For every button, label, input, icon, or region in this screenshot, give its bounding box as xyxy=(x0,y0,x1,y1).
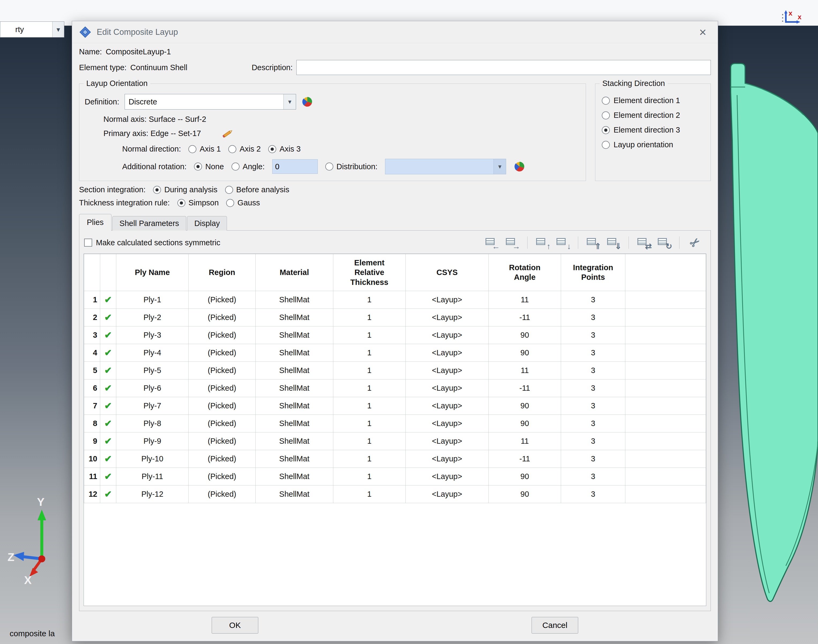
row-number-cell[interactable]: 2 xyxy=(84,308,100,326)
material-cell[interactable]: ShellMat xyxy=(255,344,333,362)
row-check-cell[interactable]: ✔ xyxy=(100,344,116,362)
integration-points-cell[interactable]: 3 xyxy=(561,362,625,379)
csys-cell[interactable]: <Layup> xyxy=(406,485,489,503)
ply-row[interactable]: 7✔Ply-7(Picked)ShellMat1<Layup>903 xyxy=(84,397,706,414)
ply-name-cell[interactable]: Ply-1 xyxy=(116,291,189,308)
integration-points-cell[interactable]: 3 xyxy=(561,485,625,503)
rotation-angle-cell[interactable]: -11 xyxy=(489,379,561,397)
ply-row[interactable]: 12✔Ply-12(Picked)ShellMat1<Layup>903 xyxy=(84,485,706,503)
row-number-cell[interactable]: 7 xyxy=(84,397,100,414)
integration-points-cell[interactable]: 3 xyxy=(561,344,625,362)
move-ply-up-icon[interactable]: ⇑ xyxy=(586,236,601,249)
ply-row[interactable]: 2✔Ply-2(Picked)ShellMat1<Layup>-113 xyxy=(84,308,706,326)
row-check-cell[interactable]: ✔ xyxy=(100,468,116,485)
row-number-cell[interactable]: 6 xyxy=(84,379,100,397)
cancel-button[interactable]: Cancel xyxy=(532,617,578,633)
thickness-cell[interactable]: 1 xyxy=(333,450,406,468)
row-number-cell[interactable]: 11 xyxy=(84,468,100,485)
thickness-cell[interactable]: 1 xyxy=(333,485,406,503)
row-check-cell[interactable]: ✔ xyxy=(100,362,116,379)
region-cell[interactable]: (Picked) xyxy=(189,344,255,362)
region-cell[interactable]: (Picked) xyxy=(189,450,255,468)
normal-direction-axis3-radio[interactable]: Axis 3 xyxy=(268,145,301,153)
integration-points-cell[interactable]: 3 xyxy=(561,379,625,397)
integration-points-cell[interactable]: 3 xyxy=(561,468,625,485)
ply-name-cell[interactable]: Ply-12 xyxy=(116,485,189,503)
csys-cell[interactable]: <Layup> xyxy=(406,468,489,485)
ply-row[interactable]: 8✔Ply-8(Picked)ShellMat1<Layup>903 xyxy=(84,414,706,432)
row-number-cell[interactable]: 1 xyxy=(84,291,100,308)
ply-name-cell[interactable]: Ply-9 xyxy=(116,432,189,450)
csys-cell[interactable]: <Layup> xyxy=(406,344,489,362)
ply-row[interactable]: 1✔Ply-1(Picked)ShellMat1<Layup>113 xyxy=(84,291,706,308)
thickness-rule-gauss-radio[interactable]: Gauss xyxy=(226,198,260,207)
row-check-cell[interactable]: ✔ xyxy=(100,379,116,397)
tab-shell-parameters[interactable]: Shell Parameters xyxy=(112,216,186,230)
ply-row[interactable]: 4✔Ply-4(Picked)ShellMat1<Layup>903 xyxy=(84,344,706,362)
csys-cell[interactable]: <Layup> xyxy=(406,308,489,326)
ply-row[interactable]: 11✔Ply-11(Picked)ShellMat1<Layup>903 xyxy=(84,468,706,485)
rotation-distribution-radio[interactable]: Distribution: xyxy=(325,162,378,171)
ply-name-cell[interactable]: Ply-2 xyxy=(116,308,189,326)
ply-row[interactable]: 3✔Ply-3(Picked)ShellMat1<Layup>903 xyxy=(84,326,706,344)
row-check-cell[interactable]: ✔ xyxy=(100,432,116,450)
material-cell[interactable]: ShellMat xyxy=(255,414,333,432)
reverse-plies-icon[interactable]: ⇄ xyxy=(637,236,651,249)
thickness-cell[interactable]: 1 xyxy=(333,379,406,397)
region-cell[interactable]: (Picked) xyxy=(189,326,255,344)
insert-ply-after-icon[interactable]: ↓ xyxy=(555,236,570,249)
symmetric-checkbox[interactable] xyxy=(84,239,92,247)
ply-name-cell[interactable]: Ply-6 xyxy=(116,379,189,397)
ply-name-cell[interactable]: Ply-4 xyxy=(116,344,189,362)
section-integration-before-radio[interactable]: Before analysis xyxy=(225,185,289,194)
row-check-cell[interactable]: ✔ xyxy=(100,326,116,344)
rotation-angle-cell[interactable]: 90 xyxy=(489,468,561,485)
material-cell[interactable]: ShellMat xyxy=(255,362,333,379)
paste-plies-icon[interactable]: → xyxy=(505,236,520,249)
ply-row[interactable]: 6✔Ply-6(Picked)ShellMat1<Layup>-113 xyxy=(84,379,706,397)
row-check-cell[interactable]: ✔ xyxy=(100,291,116,308)
ok-button[interactable]: OK xyxy=(212,617,258,633)
material-cell[interactable]: ShellMat xyxy=(255,379,333,397)
material-cell[interactable]: ShellMat xyxy=(255,468,333,485)
row-number-cell[interactable]: 10 xyxy=(84,450,100,468)
row-number-cell[interactable]: 9 xyxy=(84,432,100,450)
csys-cell[interactable]: <Layup> xyxy=(406,326,489,344)
thickness-cell[interactable]: 1 xyxy=(333,344,406,362)
thickness-cell[interactable]: 1 xyxy=(333,362,406,379)
stacking-element-direction-1-radio[interactable]: Element direction 1 xyxy=(602,96,704,105)
region-cell[interactable]: (Picked) xyxy=(189,379,255,397)
region-cell[interactable]: (Picked) xyxy=(189,468,255,485)
thickness-cell[interactable]: 1 xyxy=(333,326,406,344)
csys-cell[interactable]: <Layup> xyxy=(406,414,489,432)
thickness-cell[interactable]: 1 xyxy=(333,468,406,485)
ply-row[interactable]: 9✔Ply-9(Picked)ShellMat1<Layup>113 xyxy=(84,432,706,450)
rotation-angle-radio[interactable]: Angle: xyxy=(232,162,265,171)
stacking-element-direction-2-radio[interactable]: Element direction 2 xyxy=(602,111,704,120)
material-cell[interactable]: ShellMat xyxy=(255,432,333,450)
move-ply-down-icon[interactable]: ⇓ xyxy=(606,236,621,249)
material-cell[interactable]: ShellMat xyxy=(255,291,333,308)
rotate-plies-icon[interactable]: ↻ xyxy=(657,236,672,249)
rotation-angle-cell[interactable]: -11 xyxy=(489,450,561,468)
rotation-none-radio[interactable]: None xyxy=(194,162,224,171)
rotation-angle-cell[interactable]: 11 xyxy=(489,291,561,308)
row-number-cell[interactable]: 3 xyxy=(84,326,100,344)
region-cell[interactable]: (Picked) xyxy=(189,432,255,450)
ply-row[interactable]: 10✔Ply-10(Picked)ShellMat1<Layup>-113 xyxy=(84,450,706,468)
row-number-cell[interactable]: 5 xyxy=(84,362,100,379)
module-dropdown[interactable]: rty ▾ xyxy=(0,21,64,37)
ply-name-cell[interactable]: Ply-3 xyxy=(116,326,189,344)
integration-points-cell[interactable]: 3 xyxy=(561,414,625,432)
csys-cell[interactable]: <Layup> xyxy=(406,291,489,308)
triad-toggle-icon[interactable]: ⋮ x x xyxy=(777,10,803,26)
region-cell[interactable]: (Picked) xyxy=(189,291,255,308)
definition-dropdown[interactable]: Discrete ▾ xyxy=(125,94,296,109)
insert-ply-before-icon[interactable]: ↑ xyxy=(535,236,550,249)
integration-points-cell[interactable]: 3 xyxy=(561,432,625,450)
ply-name-cell[interactable]: Ply-11 xyxy=(116,468,189,485)
row-check-cell[interactable]: ✔ xyxy=(100,397,116,414)
ply-name-cell[interactable]: Ply-5 xyxy=(116,362,189,379)
copy-plies-icon[interactable]: ← xyxy=(484,236,500,249)
csys-cell[interactable]: <Layup> xyxy=(406,379,489,397)
